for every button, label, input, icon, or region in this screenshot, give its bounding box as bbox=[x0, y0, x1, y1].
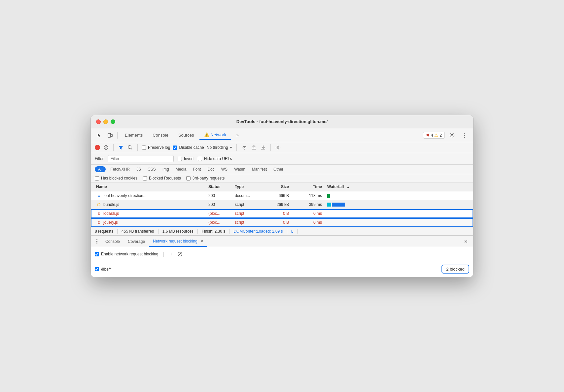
type-filter-js[interactable]: JS bbox=[134, 166, 143, 172]
more-options-button[interactable]: ⋮ bbox=[459, 131, 469, 140]
hide-data-urls-checkbox[interactable] bbox=[198, 157, 202, 161]
finish-time: Finish: 2.30 s bbox=[198, 229, 229, 234]
invert-checkbox[interactable] bbox=[178, 157, 182, 161]
filter-button[interactable] bbox=[118, 144, 124, 151]
throttling-arrow: ▼ bbox=[229, 146, 232, 149]
minimize-button[interactable] bbox=[103, 119, 108, 124]
tab-network[interactable]: ⚠️ Network bbox=[199, 130, 231, 140]
close-tab-icon[interactable]: × bbox=[201, 239, 203, 244]
svg-line-6 bbox=[131, 148, 132, 149]
hide-data-urls-label[interactable]: Hide data URLs bbox=[198, 156, 232, 161]
type-filter-font[interactable]: Font bbox=[191, 166, 203, 172]
type-filter-css[interactable]: CSS bbox=[146, 166, 158, 172]
cell-name: ≡ foul-heavenly-direction.... bbox=[93, 191, 206, 200]
type-filter-media[interactable]: Media bbox=[174, 166, 189, 172]
header-name: Name bbox=[93, 182, 206, 191]
enable-blocking-label[interactable]: Enable network request blocking bbox=[95, 252, 158, 256]
third-party-checkbox[interactable] bbox=[186, 176, 191, 180]
separator5 bbox=[270, 144, 271, 151]
tab-more[interactable]: » bbox=[231, 131, 243, 140]
record-button[interactable] bbox=[95, 145, 100, 150]
waterfall-bar-green bbox=[327, 194, 330, 198]
enable-blocking-checkbox[interactable] bbox=[95, 252, 99, 256]
cell-waterfall bbox=[325, 192, 471, 199]
preserve-log-label[interactable]: Preserve log bbox=[142, 145, 170, 150]
cell-status: (bloc... bbox=[206, 210, 232, 217]
dom-content-loaded[interactable]: DOMContentLoaded: 2.09 s bbox=[229, 229, 287, 234]
download-button[interactable] bbox=[260, 144, 266, 151]
add-pattern-button[interactable]: + bbox=[169, 250, 173, 258]
svg-rect-1 bbox=[111, 134, 112, 137]
tab-console[interactable]: Console bbox=[148, 131, 173, 140]
type-filter-other[interactable]: Other bbox=[271, 166, 285, 172]
type-filter-all[interactable]: All bbox=[95, 166, 106, 172]
close-panel-button[interactable]: ✕ bbox=[461, 238, 471, 245]
block-all-button[interactable] bbox=[177, 251, 183, 257]
error-count: 4 bbox=[431, 133, 433, 138]
clear-button[interactable] bbox=[103, 144, 109, 151]
filter-label: Filter bbox=[95, 156, 104, 161]
load-time[interactable]: L bbox=[287, 229, 298, 234]
cell-size: 666 B bbox=[259, 192, 292, 200]
waterfall-bar-blue bbox=[332, 203, 345, 207]
tab-network-request-blocking[interactable]: Network request blocking × bbox=[149, 236, 207, 247]
disable-cache-label[interactable]: Disable cache bbox=[173, 145, 204, 150]
type-filter-manifest[interactable]: Manifest bbox=[250, 166, 269, 172]
dot1 bbox=[96, 239, 97, 240]
pattern-checkbox[interactable] bbox=[95, 267, 99, 271]
device-icon bbox=[107, 133, 113, 138]
header-type: Type bbox=[232, 182, 259, 191]
table-row-blocked[interactable]: ⊗ jquery.js (bloc... script 0 B 0 ms bbox=[91, 218, 473, 227]
gear-icon bbox=[449, 133, 455, 138]
network-settings-button[interactable] bbox=[275, 144, 281, 151]
error-badge: ✖ 4 ⚠ 2 bbox=[423, 132, 445, 139]
blocked-icon2: ⊗ bbox=[96, 220, 101, 225]
settings-button[interactable] bbox=[447, 132, 457, 139]
tab-sources[interactable]: Sources bbox=[174, 131, 199, 140]
device-toolbar-button[interactable] bbox=[105, 132, 115, 139]
cursor-tool-button[interactable] bbox=[95, 132, 104, 139]
more-tabs-button[interactable] bbox=[93, 238, 100, 245]
type-filter-ws[interactable]: WS bbox=[219, 166, 229, 172]
maximize-button[interactable] bbox=[111, 119, 115, 124]
cell-size: 0 B bbox=[259, 218, 292, 226]
type-filter-wasm[interactable]: Wasm bbox=[232, 166, 247, 172]
type-filter-doc[interactable]: Doc bbox=[205, 166, 216, 172]
cell-name: ⬡ bundle.js bbox=[93, 200, 206, 209]
close-button[interactable] bbox=[96, 119, 101, 124]
blocked-requests-label[interactable]: Blocked Requests bbox=[143, 176, 181, 180]
table-row[interactable]: ≡ foul-heavenly-direction.... 200 docum.… bbox=[91, 191, 473, 200]
filter-bar: Filter Invert Hide data URLs bbox=[91, 153, 473, 165]
third-party-label[interactable]: 3rd-party requests bbox=[186, 176, 225, 180]
tab-elements[interactable]: Elements bbox=[120, 131, 147, 140]
filter-input[interactable] bbox=[108, 155, 174, 162]
cell-waterfall bbox=[325, 201, 471, 208]
table-row-blocked[interactable]: ⊗ lodash.js (bloc... script 0 B 0 ms bbox=[91, 209, 473, 218]
disable-cache-checkbox[interactable] bbox=[173, 146, 177, 150]
table-row[interactable]: ⬡ bundle.js 200 script 269 kB 399 ms bbox=[91, 200, 473, 209]
wifi-icon bbox=[241, 145, 247, 150]
filter-icon bbox=[118, 145, 123, 150]
has-blocked-cookies-label[interactable]: Has blocked cookies bbox=[95, 176, 137, 180]
has-blocked-cookies-checkbox[interactable] bbox=[95, 176, 99, 180]
separator2 bbox=[113, 144, 114, 151]
online-status-button[interactable] bbox=[241, 144, 248, 151]
type-filter-img[interactable]: Img bbox=[160, 166, 171, 172]
type-filter-fetch[interactable]: Fetch/XHR bbox=[108, 166, 132, 172]
cell-type: docum... bbox=[232, 192, 259, 200]
cookie-filter-bar: Has blocked cookies Blocked Requests 3rd… bbox=[91, 174, 473, 182]
preserve-log-checkbox[interactable] bbox=[142, 146, 146, 150]
tab-console-bottom[interactable]: Console bbox=[101, 237, 124, 246]
search-button[interactable] bbox=[127, 144, 133, 151]
throttling-label: No throttling bbox=[207, 145, 228, 150]
invert-label[interactable]: Invert bbox=[178, 156, 194, 161]
tab-coverage[interactable]: Coverage bbox=[124, 237, 149, 246]
upload-button[interactable] bbox=[251, 144, 257, 151]
pattern-checkbox-label[interactable]: /libs/* bbox=[95, 267, 112, 272]
blocked-requests-checkbox[interactable] bbox=[143, 176, 147, 180]
upload-icon bbox=[251, 145, 257, 150]
settings-icon bbox=[275, 145, 281, 150]
svg-line-4 bbox=[105, 146, 107, 149]
cell-type: script bbox=[232, 218, 259, 226]
warning-icon: ⚠ bbox=[434, 133, 438, 138]
